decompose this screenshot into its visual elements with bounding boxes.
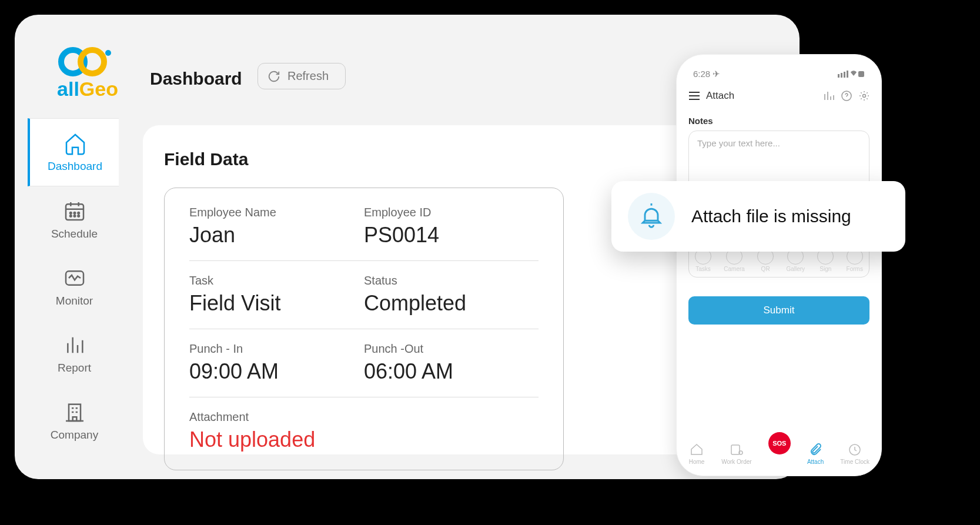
sidebar-label: Schedule	[51, 228, 98, 240]
task-label: Task	[189, 274, 364, 287]
employee-name-label: Employee Name	[189, 206, 364, 219]
sidebar-item-monitor[interactable]: Monitor	[29, 253, 120, 320]
report-icon	[63, 333, 86, 357]
svg-point-5	[70, 212, 72, 214]
svg-point-7	[78, 212, 79, 214]
attach-forms[interactable]: Forms	[847, 248, 863, 272]
nav-timeclock[interactable]: Time Clock	[840, 443, 869, 465]
svg-rect-11	[66, 271, 83, 285]
sidebar-item-company[interactable]: Company	[29, 387, 120, 454]
svg-point-6	[73, 212, 75, 214]
building-icon	[63, 400, 86, 424]
attachment-label: Attachment	[189, 410, 539, 424]
sidebar-item-dashboard[interactable]: Dashboard	[28, 118, 119, 186]
svg-point-19	[863, 95, 866, 98]
employee-id-value: PS0014	[364, 223, 539, 248]
monitor-icon	[63, 266, 86, 290]
svg-text:allGeo: allGeo	[57, 78, 118, 100]
notes-label: Notes	[688, 116, 869, 126]
svg-rect-17	[858, 71, 864, 77]
hamburger-icon[interactable]	[688, 91, 700, 101]
page-title: Dashboard	[150, 69, 242, 89]
attach-tasks[interactable]: Tasks	[695, 248, 711, 272]
punch-in-value: 09:00 AM	[189, 359, 364, 384]
status-value: Completed	[364, 291, 539, 316]
svg-point-10	[78, 215, 79, 217]
nav-home[interactable]: Home	[688, 443, 705, 465]
clock-icon	[847, 443, 863, 457]
nav-attach[interactable]: Attach	[807, 443, 824, 465]
phone-mockup: 6:28 ✈ Attach Notes Type your text here.…	[676, 54, 882, 476]
sidebar-item-schedule[interactable]: Schedule	[29, 186, 120, 253]
sidebar-item-report[interactable]: Report	[29, 320, 120, 387]
bell-icon	[628, 193, 675, 240]
notification-toast: Attach file is missing	[611, 181, 905, 252]
refresh-icon	[267, 70, 280, 83]
nav-workorder[interactable]: Work Order	[721, 443, 752, 465]
gear-icon[interactable]	[859, 91, 869, 101]
svg-point-2	[105, 50, 111, 56]
employee-name-value: Joan	[189, 223, 364, 248]
svg-rect-14	[841, 73, 842, 78]
task-value: Field Visit	[189, 291, 364, 316]
svg-rect-15	[844, 72, 845, 78]
brand-logo: allGeo	[52, 43, 123, 104]
sidebar: Dashboard Schedule Monitor Report Compan…	[29, 118, 120, 454]
field-data-box: Employee Name Joan Employee ID PS0014 Ta…	[164, 188, 564, 470]
submit-button[interactable]: Submit	[688, 296, 869, 325]
punch-in-label: Punch - In	[189, 342, 364, 356]
refresh-button[interactable]: Refresh	[257, 63, 346, 89]
svg-rect-13	[838, 74, 839, 78]
attachment-value: Not uploaded	[189, 427, 539, 452]
card-title: Field Data	[164, 149, 248, 169]
workorder-icon	[728, 443, 745, 457]
employee-id-label: Employee ID	[364, 206, 539, 219]
phone-statusbar: 6:28 ✈	[688, 69, 869, 79]
status-label: Status	[364, 274, 539, 287]
punch-out-value: 06:00 AM	[364, 359, 539, 384]
sidebar-label: Monitor	[56, 295, 93, 307]
sidebar-label: Company	[51, 429, 98, 442]
attach-icon-row: Tasks Camera QR Gallery Sign Forms	[695, 248, 863, 272]
calendar-icon	[63, 199, 86, 223]
svg-point-8	[70, 215, 72, 217]
attach-sign[interactable]: Sign	[817, 248, 834, 272]
sos-button[interactable]: SOS	[768, 432, 791, 454]
phone-indicators	[838, 69, 865, 79]
chart-icon[interactable]	[824, 91, 834, 101]
help-icon[interactable]	[841, 91, 852, 101]
phone-screen-title: Attach	[706, 90, 734, 102]
toast-message: Attach file is missing	[691, 206, 851, 226]
sidebar-label: Dashboard	[48, 160, 102, 173]
home-icon	[688, 443, 705, 457]
svg-rect-16	[847, 71, 848, 78]
notes-placeholder: Type your text here...	[697, 138, 780, 148]
attach-qr[interactable]: QR	[757, 248, 774, 272]
sidebar-label: Report	[58, 362, 91, 374]
svg-rect-12	[69, 404, 81, 421]
paperclip-icon	[807, 443, 824, 457]
attach-camera[interactable]: Camera	[724, 248, 745, 272]
attach-gallery[interactable]: Gallery	[786, 248, 805, 272]
home-icon	[63, 132, 87, 155]
svg-rect-20	[731, 445, 740, 454]
refresh-label: Refresh	[287, 69, 329, 83]
punch-out-label: Punch -Out	[364, 342, 539, 356]
phone-bottom-nav: Home Work Order SOS Attach Time Clock	[688, 443, 869, 465]
phone-time: 6:28 ✈	[693, 69, 720, 79]
svg-point-9	[73, 215, 75, 217]
